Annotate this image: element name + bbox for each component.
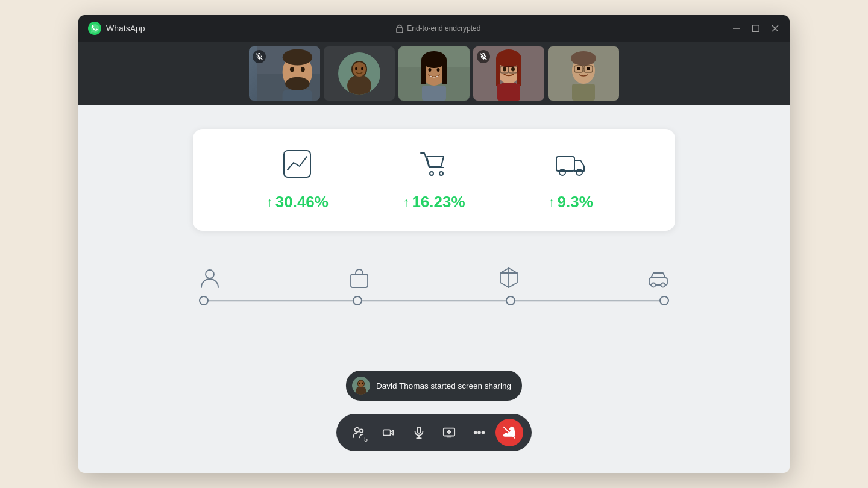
- screen-share-button[interactable]: [435, 419, 463, 446]
- stat-value-3: ↑ 9.3%: [549, 193, 593, 211]
- chart-icon: [281, 148, 313, 182]
- svg-rect-27: [421, 60, 426, 84]
- svg-point-50: [577, 67, 580, 70]
- encryption-label-container: End-to-end endcrypted: [396, 24, 480, 33]
- participants-count: 5: [364, 436, 368, 443]
- app-window: WhatsApp End-to-end endcrypted: [78, 15, 790, 473]
- minimize-button[interactable]: [732, 23, 741, 33]
- svg-rect-77: [383, 430, 391, 435]
- svg-point-22: [361, 67, 363, 70]
- participant-thumb-5[interactable]: [548, 46, 619, 101]
- participant-thumb-1[interactable]: [249, 46, 320, 101]
- stat-item-2: ↑ 16.23%: [366, 148, 503, 211]
- participant-avatar-2: [338, 52, 380, 95]
- svg-rect-59: [556, 157, 574, 171]
- svg-point-58: [439, 172, 443, 175]
- more-button[interactable]: [465, 419, 493, 446]
- stat-arrow-3: ↑: [549, 195, 555, 210]
- lock-icon: [396, 24, 403, 33]
- video-button[interactable]: [375, 419, 403, 446]
- svg-rect-43: [501, 83, 517, 90]
- mic-button[interactable]: [405, 419, 433, 446]
- svg-point-82: [474, 431, 477, 434]
- window-controls: [732, 23, 780, 33]
- stat-arrow-2: ↑: [403, 195, 409, 210]
- stats-card: ↑ 30.46% ↑ 16.23%: [193, 129, 675, 231]
- svg-point-83: [478, 431, 480, 434]
- svg-point-37: [503, 67, 506, 71]
- timeline-car-icon: [647, 267, 669, 289]
- cart-icon: [418, 148, 450, 182]
- timeline-person-icon: [199, 267, 221, 289]
- participants-strip: [78, 42, 790, 105]
- svg-point-60: [559, 169, 565, 175]
- svg-point-68: [661, 283, 665, 287]
- maximize-button[interactable]: [751, 23, 761, 33]
- svg-point-67: [652, 283, 656, 287]
- stat-item-1: ↑ 30.46%: [229, 148, 366, 211]
- notification-toast: David Thomas started screen sharing: [346, 371, 522, 401]
- end-call-button[interactable]: [495, 419, 523, 446]
- svg-point-20: [353, 62, 366, 77]
- bottom-toolbar: 5: [336, 414, 532, 451]
- svg-point-10: [290, 67, 294, 72]
- timeline-dot-4: [659, 296, 669, 305]
- svg-point-74: [362, 383, 363, 384]
- svg-rect-13: [283, 90, 313, 101]
- svg-rect-28: [442, 60, 447, 84]
- close-button[interactable]: [770, 23, 780, 33]
- stat-item-3: ↑ 9.3%: [502, 148, 639, 211]
- title-bar-left: WhatsApp: [88, 22, 145, 35]
- svg-point-62: [206, 270, 214, 278]
- svg-point-38: [511, 67, 515, 71]
- svg-point-9: [283, 49, 313, 65]
- participant-thumb-3[interactable]: [398, 46, 470, 101]
- svg-point-73: [359, 383, 360, 384]
- svg-point-29: [429, 68, 432, 72]
- app-title: WhatsApp: [106, 23, 145, 33]
- participants-button[interactable]: 5: [345, 419, 373, 446]
- timeline-dot-1: [199, 296, 209, 305]
- svg-rect-31: [422, 86, 446, 101]
- svg-point-11: [301, 67, 305, 72]
- timeline-bar: [193, 296, 675, 305]
- whatsapp-logo-icon: [88, 22, 101, 35]
- timeline-bag-icon: [348, 267, 370, 289]
- svg-point-75: [355, 428, 359, 432]
- stat-arrow-1: ↑: [266, 195, 273, 210]
- svg-rect-35: [496, 58, 500, 86]
- mute-badge-1: [253, 50, 266, 63]
- svg-point-76: [360, 430, 363, 433]
- svg-rect-3: [753, 25, 760, 32]
- timeline-icons: [193, 267, 675, 289]
- toast-text: David Thomas started screen sharing: [376, 381, 511, 390]
- svg-rect-36: [517, 58, 521, 86]
- svg-rect-78: [417, 427, 421, 433]
- svg-rect-56: [284, 151, 310, 177]
- toast-avatar: [352, 377, 370, 395]
- timeline-box-icon: [498, 267, 520, 289]
- encryption-text: End-to-end endcrypted: [407, 24, 480, 33]
- timeline-section: [193, 267, 675, 305]
- svg-point-57: [430, 172, 433, 175]
- mute-badge-4: [477, 50, 490, 63]
- stat-value-1: ↑ 30.46%: [266, 193, 329, 211]
- svg-point-12: [285, 77, 310, 90]
- participant-thumb-4[interactable]: [473, 46, 544, 101]
- timeline-dots: [199, 296, 669, 305]
- title-bar: WhatsApp End-to-end endcrypted: [78, 15, 790, 42]
- stat-value-2: ↑ 16.23%: [403, 193, 465, 211]
- svg-point-51: [587, 67, 590, 70]
- main-content: ↑ 30.46% ↑ 16.23%: [78, 105, 790, 473]
- svg-point-30: [437, 68, 440, 72]
- svg-rect-55: [572, 84, 595, 101]
- svg-point-61: [576, 169, 582, 175]
- timeline-dot-3: [506, 296, 515, 305]
- timeline-dot-2: [353, 296, 362, 305]
- participant-thumb-2[interactable]: [324, 46, 395, 101]
- svg-point-84: [482, 431, 485, 434]
- svg-point-49: [571, 51, 596, 66]
- svg-rect-1: [397, 28, 403, 33]
- truck-icon: [555, 148, 587, 182]
- svg-rect-63: [351, 274, 368, 287]
